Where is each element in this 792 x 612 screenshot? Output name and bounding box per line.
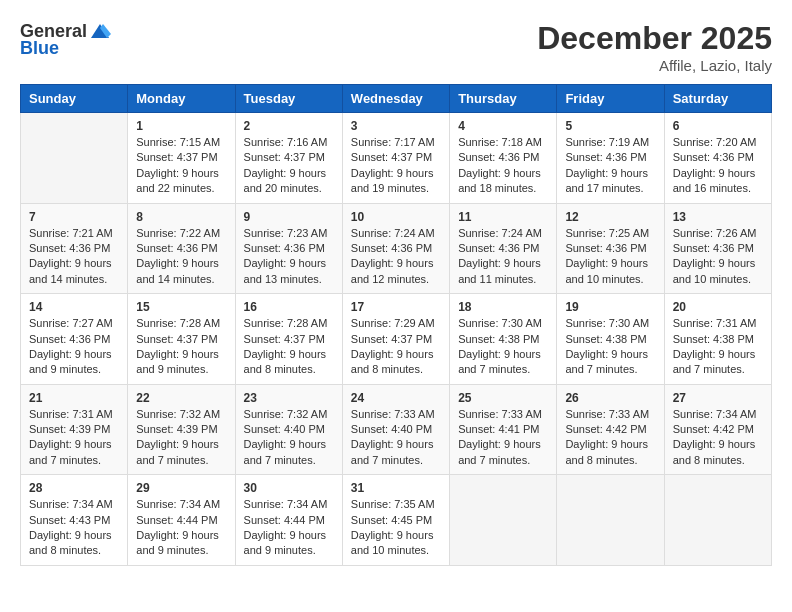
day-number: 19: [565, 300, 655, 314]
day-number: 5: [565, 119, 655, 133]
day-info: Sunrise: 7:33 AMSunset: 4:41 PMDaylight:…: [458, 407, 548, 469]
title-block: December 2025 Affile, Lazio, Italy: [537, 20, 772, 74]
calendar-cell: 12Sunrise: 7:25 AMSunset: 4:36 PMDayligh…: [557, 203, 664, 294]
day-number: 20: [673, 300, 763, 314]
calendar-cell: 28Sunrise: 7:34 AMSunset: 4:43 PMDayligh…: [21, 475, 128, 566]
day-info: Sunrise: 7:34 AMSunset: 4:43 PMDaylight:…: [29, 497, 119, 559]
calendar-cell: [21, 113, 128, 204]
calendar-cell: 24Sunrise: 7:33 AMSunset: 4:40 PMDayligh…: [342, 384, 449, 475]
day-number: 30: [244, 481, 334, 495]
day-number: 22: [136, 391, 226, 405]
page-header: General Blue December 2025 Affile, Lazio…: [20, 20, 772, 74]
calendar-cell: [450, 475, 557, 566]
week-row-4: 21Sunrise: 7:31 AMSunset: 4:39 PMDayligh…: [21, 384, 772, 475]
calendar-cell: 9Sunrise: 7:23 AMSunset: 4:36 PMDaylight…: [235, 203, 342, 294]
day-number: 7: [29, 210, 119, 224]
calendar-cell: 16Sunrise: 7:28 AMSunset: 4:37 PMDayligh…: [235, 294, 342, 385]
day-info: Sunrise: 7:34 AMSunset: 4:44 PMDaylight:…: [244, 497, 334, 559]
day-info: Sunrise: 7:34 AMSunset: 4:42 PMDaylight:…: [673, 407, 763, 469]
calendar-cell: 30Sunrise: 7:34 AMSunset: 4:44 PMDayligh…: [235, 475, 342, 566]
day-info: Sunrise: 7:30 AMSunset: 4:38 PMDaylight:…: [458, 316, 548, 378]
day-header-monday: Monday: [128, 85, 235, 113]
calendar-cell: [664, 475, 771, 566]
day-number: 17: [351, 300, 441, 314]
day-header-wednesday: Wednesday: [342, 85, 449, 113]
calendar-cell: 15Sunrise: 7:28 AMSunset: 4:37 PMDayligh…: [128, 294, 235, 385]
calendar-cell: 17Sunrise: 7:29 AMSunset: 4:37 PMDayligh…: [342, 294, 449, 385]
week-row-2: 7Sunrise: 7:21 AMSunset: 4:36 PMDaylight…: [21, 203, 772, 294]
calendar-table: SundayMondayTuesdayWednesdayThursdayFrid…: [20, 84, 772, 566]
week-row-5: 28Sunrise: 7:34 AMSunset: 4:43 PMDayligh…: [21, 475, 772, 566]
day-number: 27: [673, 391, 763, 405]
day-info: Sunrise: 7:30 AMSunset: 4:38 PMDaylight:…: [565, 316, 655, 378]
day-info: Sunrise: 7:22 AMSunset: 4:36 PMDaylight:…: [136, 226, 226, 288]
week-row-3: 14Sunrise: 7:27 AMSunset: 4:36 PMDayligh…: [21, 294, 772, 385]
day-number: 25: [458, 391, 548, 405]
day-number: 8: [136, 210, 226, 224]
day-header-friday: Friday: [557, 85, 664, 113]
day-info: Sunrise: 7:24 AMSunset: 4:36 PMDaylight:…: [351, 226, 441, 288]
day-number: 21: [29, 391, 119, 405]
calendar-cell: 7Sunrise: 7:21 AMSunset: 4:36 PMDaylight…: [21, 203, 128, 294]
calendar-cell: 23Sunrise: 7:32 AMSunset: 4:40 PMDayligh…: [235, 384, 342, 475]
day-info: Sunrise: 7:35 AMSunset: 4:45 PMDaylight:…: [351, 497, 441, 559]
week-row-1: 1Sunrise: 7:15 AMSunset: 4:37 PMDaylight…: [21, 113, 772, 204]
day-number: 11: [458, 210, 548, 224]
day-info: Sunrise: 7:28 AMSunset: 4:37 PMDaylight:…: [244, 316, 334, 378]
day-info: Sunrise: 7:23 AMSunset: 4:36 PMDaylight:…: [244, 226, 334, 288]
day-number: 23: [244, 391, 334, 405]
day-number: 15: [136, 300, 226, 314]
day-header-thursday: Thursday: [450, 85, 557, 113]
day-number: 31: [351, 481, 441, 495]
calendar-cell: 10Sunrise: 7:24 AMSunset: 4:36 PMDayligh…: [342, 203, 449, 294]
day-number: 26: [565, 391, 655, 405]
day-number: 2: [244, 119, 334, 133]
calendar-cell: 8Sunrise: 7:22 AMSunset: 4:36 PMDaylight…: [128, 203, 235, 294]
calendar-cell: 18Sunrise: 7:30 AMSunset: 4:38 PMDayligh…: [450, 294, 557, 385]
day-info: Sunrise: 7:34 AMSunset: 4:44 PMDaylight:…: [136, 497, 226, 559]
day-number: 16: [244, 300, 334, 314]
calendar-cell: 22Sunrise: 7:32 AMSunset: 4:39 PMDayligh…: [128, 384, 235, 475]
day-number: 4: [458, 119, 548, 133]
day-info: Sunrise: 7:31 AMSunset: 4:38 PMDaylight:…: [673, 316, 763, 378]
day-info: Sunrise: 7:32 AMSunset: 4:39 PMDaylight:…: [136, 407, 226, 469]
day-number: 28: [29, 481, 119, 495]
day-info: Sunrise: 7:17 AMSunset: 4:37 PMDaylight:…: [351, 135, 441, 197]
day-info: Sunrise: 7:33 AMSunset: 4:40 PMDaylight:…: [351, 407, 441, 469]
day-header-sunday: Sunday: [21, 85, 128, 113]
logo: General Blue: [20, 20, 111, 59]
day-number: 13: [673, 210, 763, 224]
day-info: Sunrise: 7:29 AMSunset: 4:37 PMDaylight:…: [351, 316, 441, 378]
day-header-tuesday: Tuesday: [235, 85, 342, 113]
location-title: Affile, Lazio, Italy: [537, 57, 772, 74]
calendar-cell: 1Sunrise: 7:15 AMSunset: 4:37 PMDaylight…: [128, 113, 235, 204]
day-number: 10: [351, 210, 441, 224]
calendar-cell: [557, 475, 664, 566]
day-info: Sunrise: 7:27 AMSunset: 4:36 PMDaylight:…: [29, 316, 119, 378]
calendar-cell: 13Sunrise: 7:26 AMSunset: 4:36 PMDayligh…: [664, 203, 771, 294]
day-info: Sunrise: 7:20 AMSunset: 4:36 PMDaylight:…: [673, 135, 763, 197]
logo-text-blue: Blue: [20, 38, 59, 59]
day-info: Sunrise: 7:26 AMSunset: 4:36 PMDaylight:…: [673, 226, 763, 288]
day-info: Sunrise: 7:28 AMSunset: 4:37 PMDaylight:…: [136, 316, 226, 378]
day-info: Sunrise: 7:16 AMSunset: 4:37 PMDaylight:…: [244, 135, 334, 197]
day-info: Sunrise: 7:32 AMSunset: 4:40 PMDaylight:…: [244, 407, 334, 469]
day-info: Sunrise: 7:18 AMSunset: 4:36 PMDaylight:…: [458, 135, 548, 197]
day-number: 29: [136, 481, 226, 495]
calendar-cell: 14Sunrise: 7:27 AMSunset: 4:36 PMDayligh…: [21, 294, 128, 385]
calendar-cell: 21Sunrise: 7:31 AMSunset: 4:39 PMDayligh…: [21, 384, 128, 475]
day-info: Sunrise: 7:24 AMSunset: 4:36 PMDaylight:…: [458, 226, 548, 288]
day-number: 3: [351, 119, 441, 133]
calendar-cell: 2Sunrise: 7:16 AMSunset: 4:37 PMDaylight…: [235, 113, 342, 204]
calendar-cell: 25Sunrise: 7:33 AMSunset: 4:41 PMDayligh…: [450, 384, 557, 475]
calendar-cell: 26Sunrise: 7:33 AMSunset: 4:42 PMDayligh…: [557, 384, 664, 475]
day-number: 24: [351, 391, 441, 405]
calendar-cell: 11Sunrise: 7:24 AMSunset: 4:36 PMDayligh…: [450, 203, 557, 294]
calendar-cell: 6Sunrise: 7:20 AMSunset: 4:36 PMDaylight…: [664, 113, 771, 204]
calendar-cell: 20Sunrise: 7:31 AMSunset: 4:38 PMDayligh…: [664, 294, 771, 385]
calendar-cell: 29Sunrise: 7:34 AMSunset: 4:44 PMDayligh…: [128, 475, 235, 566]
calendar-cell: 5Sunrise: 7:19 AMSunset: 4:36 PMDaylight…: [557, 113, 664, 204]
day-number: 12: [565, 210, 655, 224]
calendar-cell: 27Sunrise: 7:34 AMSunset: 4:42 PMDayligh…: [664, 384, 771, 475]
day-number: 6: [673, 119, 763, 133]
